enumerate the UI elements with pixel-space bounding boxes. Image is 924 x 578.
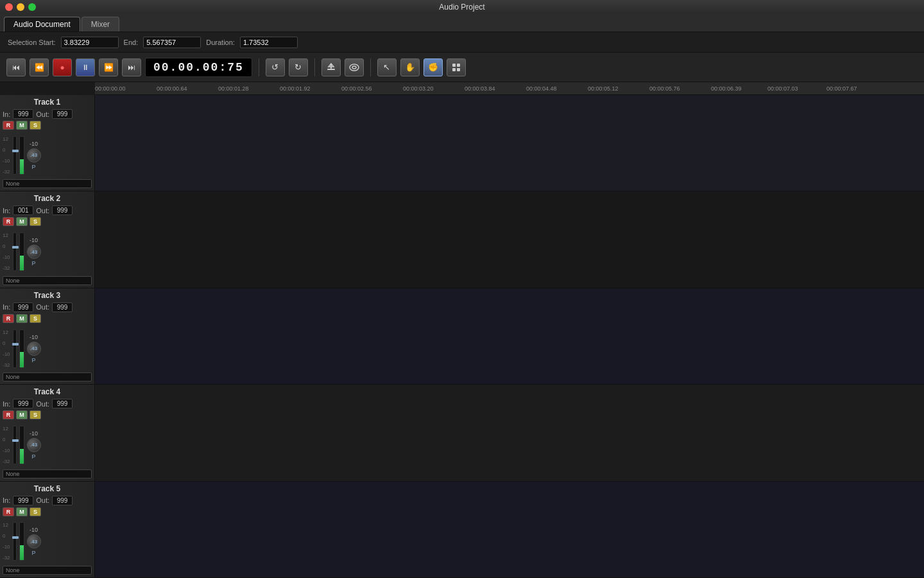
track-2-mute-btn[interactable]: M	[16, 217, 28, 226]
grab-tool-button[interactable]: ✊	[424, 58, 443, 76]
track-3-content[interactable]	[95, 288, 924, 384]
ruler-tick-11: 00:00:07.03	[767, 85, 798, 92]
track-3-fader[interactable]	[13, 329, 17, 368]
track-4-content[interactable]	[95, 385, 924, 480]
record-button[interactable]: ●	[53, 58, 72, 76]
track-3-record-btn[interactable]: R	[3, 314, 14, 323]
track-5-fader[interactable]	[13, 522, 17, 561]
track-2-pan-knob[interactable]: .43	[27, 245, 41, 259]
undo-button[interactable]: ↺	[266, 58, 285, 76]
track-1-solo-btn[interactable]: S	[30, 121, 41, 130]
track-3-db-label: -10	[30, 334, 38, 340]
track-5-send[interactable]: None	[3, 566, 92, 575]
track-4-pan-knob[interactable]: .43	[27, 438, 41, 452]
track-1-out[interactable]: 999	[52, 109, 73, 119]
track-5-mute-btn[interactable]: M	[16, 507, 28, 516]
track-2-out[interactable]: 999	[52, 206, 73, 215]
track-1-fader-knob[interactable]	[12, 150, 19, 152]
ruler-tick-1: 00:00:00.64	[157, 85, 187, 92]
track-3-solo-btn[interactable]: S	[30, 314, 41, 323]
track-4-mute-btn[interactable]: M	[16, 410, 28, 419]
separator-3	[370, 58, 371, 76]
minimize-button[interactable]	[17, 3, 24, 11]
track-4: Track 4 In: 999 Out: 999 R M S 12 0 -1	[0, 385, 924, 481]
track-4-out[interactable]: 999	[52, 399, 73, 408]
track-4-fader[interactable]	[13, 426, 17, 464]
selection-start-input[interactable]	[61, 37, 119, 48]
track-2-content[interactable]	[95, 191, 924, 287]
track-2-vu-meter	[19, 232, 24, 271]
pointer-tool-button[interactable]: ↖	[377, 58, 397, 76]
selection-duration-label: Duration:	[206, 39, 235, 46]
loop-button[interactable]	[345, 58, 364, 76]
track-3: Track 3 In: 999 Out: 999 R M S 12 0 -1	[0, 288, 924, 385]
timeline-ruler: 00:00:00.00 00:00:00.64 00:00:01.28 00:0…	[95, 82, 924, 95]
track-1-vu-meter	[19, 136, 24, 175]
track-2-fader-knob[interactable]	[12, 246, 19, 249]
track-3-mute-btn[interactable]: M	[16, 314, 28, 323]
track-4-solo-btn[interactable]: S	[30, 410, 41, 419]
track-1-send[interactable]: None	[3, 179, 92, 188]
track-1-content[interactable]	[95, 95, 924, 191]
ruler-tick-8: 00:00:05.12	[588, 85, 619, 92]
track-3-send[interactable]: None	[3, 372, 92, 381]
rewind-start-button[interactable]: ⏮	[6, 58, 26, 76]
track-2-send[interactable]: None	[3, 276, 92, 285]
track-4-io: In: 999 Out: 999	[3, 399, 92, 408]
track-3-in[interactable]: 999	[13, 302, 33, 312]
track-2-pan-label: P	[32, 260, 36, 267]
tracks-container[interactable]: Track 1 In: 999 Out: 999 R M S 12 0 -1	[0, 95, 924, 578]
track-4-send[interactable]: None	[3, 469, 92, 478]
track-3-out[interactable]: 999	[52, 302, 73, 312]
track-4-in[interactable]: 999	[13, 399, 33, 408]
ruler-tick-6: 00:00:03.84	[465, 85, 495, 92]
track-5-record-btn[interactable]: R	[3, 507, 14, 516]
track-2-waveform[interactable]	[95, 191, 924, 287]
export-button[interactable]	[321, 58, 341, 76]
track-5-solo-btn[interactable]: S	[30, 507, 41, 516]
maximize-button[interactable]	[28, 3, 36, 11]
svg-rect-7	[452, 68, 456, 71]
track-2-fader[interactable]	[13, 232, 17, 271]
track-2-record-btn[interactable]: R	[3, 217, 14, 226]
track-2: Track 2 In: 001 Out: 999 R M S 12 0 -1	[0, 191, 924, 288]
track-3-io: In: 999 Out: 999	[3, 302, 92, 312]
rewind-button[interactable]: ⏪	[30, 58, 49, 76]
track-2-in[interactable]: 001	[13, 206, 33, 215]
track-1-controls: R M S	[3, 121, 92, 130]
track-3-name: Track 3	[3, 291, 92, 300]
track-2-header: Track 2 In: 001 Out: 999 R M S 12 0 -1	[0, 191, 95, 287]
track-4-header: Track 4 In: 999 Out: 999 R M S 12 0 -1	[0, 385, 95, 480]
tab-mixer[interactable]: Mixer	[81, 17, 119, 31]
track-1-waveform[interactable]	[95, 95, 924, 191]
track-3-waveform[interactable]	[95, 288, 924, 384]
track-5-content[interactable]	[95, 482, 924, 577]
close-button[interactable]	[5, 3, 13, 11]
redo-button[interactable]: ↻	[289, 58, 308, 76]
track-5-pan-knob[interactable]: .43	[27, 534, 41, 548]
split-tool-button[interactable]	[447, 58, 466, 76]
tab-audio-document[interactable]: Audio Document	[4, 17, 80, 31]
track-1-mute-btn[interactable]: M	[16, 121, 28, 130]
track-4-waveform[interactable]	[95, 385, 924, 480]
track-4-fader-area: 12 0 -10 -32 -10 .43	[3, 422, 92, 468]
svg-rect-5	[452, 64, 456, 67]
pause-button[interactable]: ⏸	[76, 58, 95, 76]
track-5-out[interactable]: 999	[52, 496, 73, 505]
selection-end-input[interactable]	[143, 37, 201, 48]
track-2-solo-btn[interactable]: S	[30, 217, 41, 226]
track-5-waveform[interactable]	[95, 482, 924, 577]
track-1-pan-knob[interactable]: .43	[27, 148, 41, 162]
forward-end-button[interactable]: ⏭	[122, 58, 141, 76]
track-5-in[interactable]: 999	[13, 496, 33, 505]
selection-duration-input[interactable]	[240, 37, 298, 48]
track-3-pan-knob[interactable]: .43	[27, 342, 41, 356]
track-1-in[interactable]: 999	[13, 109, 33, 119]
track-1-fader[interactable]	[13, 136, 17, 175]
track-4-record-btn[interactable]: R	[3, 410, 14, 419]
transport-bar: ⏮ ⏪ ● ⏸ ⏩ ⏭ 00.00.00:75 ↺ ↻ ↖ ✋ ✊	[0, 53, 924, 82]
track-1-record-btn[interactable]: R	[3, 121, 14, 130]
fast-forward-button[interactable]: ⏩	[99, 58, 118, 76]
ruler-tick-3: 00:00:01.92	[280, 85, 311, 92]
hand-tool-button[interactable]: ✋	[400, 58, 420, 76]
